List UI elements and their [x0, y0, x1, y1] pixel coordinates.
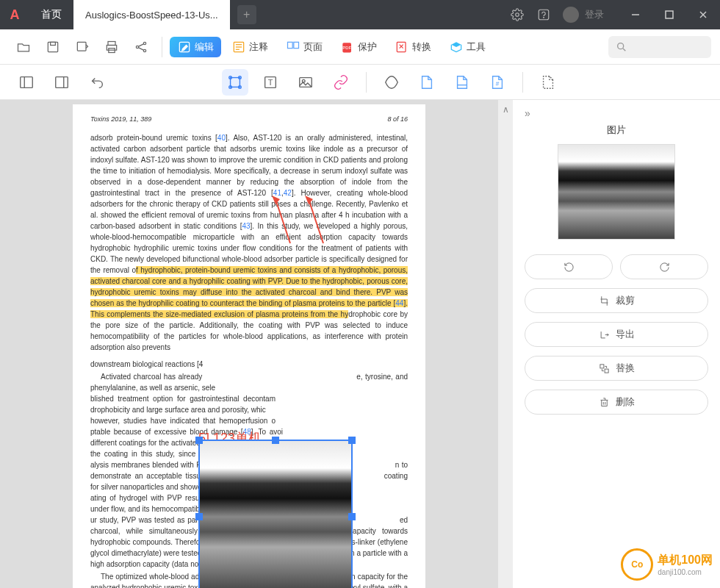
svg-point-15 [143, 49, 145, 51]
export-button[interactable]: 导出 [525, 322, 708, 347]
expand-panel-icon[interactable]: » [525, 107, 708, 119]
link-tool[interactable] [328, 69, 354, 96]
svg-rect-52 [605, 369, 608, 373]
body-text: adsorb protein-bound uremic toxins [40].… [90, 132, 408, 353]
svg-text:T: T [268, 77, 273, 86]
home-tab[interactable]: 首页 [29, 8, 73, 21]
page-header-right: 8 of 16 [387, 115, 408, 125]
resize-handle[interactable] [348, 437, 356, 444]
main-toolbar: 编辑 注释 页面 PDF保护 转换 工具 [0, 29, 720, 65]
crop-page-tool[interactable] [535, 69, 561, 96]
header-footer-tool[interactable]: # [484, 69, 511, 96]
svg-text:PDF: PDF [342, 46, 351, 50]
select-tool[interactable] [222, 69, 248, 96]
undo-button[interactable] [84, 69, 110, 96]
replace-button[interactable]: 替换 [525, 356, 708, 381]
titlebar: A 首页 Auslogics-BoostSpeed-13-Us... + 登录 [0, 0, 720, 29]
text-tool[interactable]: T [257, 69, 284, 96]
open-file-button[interactable] [12, 35, 35, 59]
image-tool[interactable] [292, 69, 319, 96]
image-preview [558, 144, 675, 240]
svg-point-14 [143, 42, 145, 44]
share-button[interactable] [129, 35, 153, 59]
resize-handle[interactable] [272, 437, 279, 444]
svg-point-30 [618, 43, 624, 49]
background-tool[interactable] [449, 69, 475, 96]
redact-tool[interactable] [378, 69, 405, 96]
svg-point-13 [136, 46, 138, 48]
edit-mode-button[interactable]: 编辑 [170, 37, 221, 57]
print-button[interactable] [100, 35, 123, 59]
rotate-right-button[interactable] [620, 254, 708, 279]
svg-point-0 [516, 13, 519, 17]
save-button[interactable] [41, 35, 65, 59]
maximize-button[interactable] [652, 10, 686, 20]
settings-icon[interactable] [504, 1, 530, 28]
close-button[interactable] [686, 10, 720, 20]
minimize-button[interactable] [619, 10, 652, 20]
embedded-image[interactable] [198, 440, 353, 588]
svg-rect-34 [56, 76, 68, 87]
rotate-left-button[interactable] [525, 254, 613, 279]
delete-button[interactable]: 删除 [525, 390, 708, 415]
svg-rect-9 [77, 42, 86, 51]
protect-button[interactable]: PDF保护 [333, 37, 384, 57]
convert-button[interactable]: 转换 [387, 37, 439, 57]
resize-handle[interactable] [348, 513, 356, 520]
svg-rect-36 [231, 77, 240, 87]
document-area[interactable]: Toxins 2019, 11, 3898 of 16 adsorb prote… [0, 100, 498, 588]
svg-rect-23 [288, 42, 293, 48]
site-watermark: Co 单机100网danji100.com [621, 548, 713, 581]
crop-button[interactable]: 裁剪 [525, 288, 708, 313]
document-tab[interactable]: Auslogics-BoostSpeed-13-Us... [73, 0, 230, 29]
svg-rect-32 [21, 76, 33, 87]
svg-rect-24 [294, 42, 299, 48]
svg-rect-7 [48, 42, 57, 51]
page-button[interactable]: 页面 [278, 37, 330, 57]
svg-rect-4 [666, 11, 673, 18]
resize-handle[interactable] [195, 437, 203, 444]
annotate-button[interactable]: 注释 [224, 37, 276, 57]
avatar-icon[interactable] [563, 7, 579, 23]
body-text: downstream biological reactions [4 [90, 359, 408, 370]
search-input[interactable] [608, 36, 711, 58]
svg-point-2 [544, 17, 544, 18]
svg-rect-10 [108, 41, 115, 45]
watermark-tool[interactable] [414, 69, 440, 96]
resize-handle[interactable] [195, 513, 203, 520]
svg-rect-1 [539, 10, 549, 20]
save-as-button[interactable] [71, 35, 94, 59]
svg-line-16 [139, 43, 144, 46]
app-logo-icon: A [0, 0, 29, 29]
svg-text:#: # [496, 80, 500, 87]
page-header-left: Toxins 2019, 11, 389 [90, 115, 151, 125]
image-properties-panel: » 图片 裁剪 导出 替换 删除 [513, 100, 720, 588]
sidebar-right-toggle[interactable] [48, 69, 75, 96]
svg-rect-51 [600, 364, 603, 368]
svg-rect-8 [51, 42, 56, 45]
svg-line-31 [623, 49, 625, 51]
login-link[interactable]: 登录 [585, 8, 604, 21]
svg-line-17 [139, 47, 144, 49]
tools-button[interactable]: 工具 [442, 37, 493, 57]
edit-toolbar: T # [0, 65, 720, 100]
help-icon[interactable] [530, 1, 557, 28]
sidebar-left-toggle[interactable] [13, 69, 40, 96]
collapse-panel[interactable]: ∧ [498, 100, 513, 588]
add-tab-button[interactable]: + [237, 5, 256, 24]
panel-title: 图片 [525, 123, 708, 137]
